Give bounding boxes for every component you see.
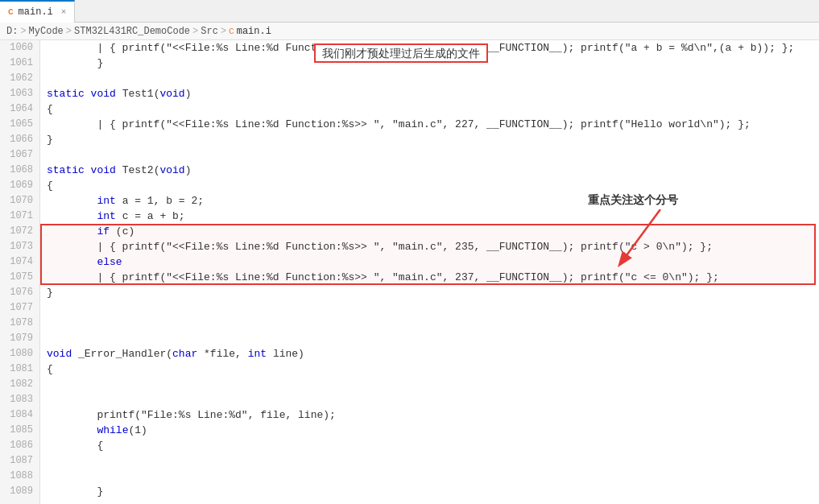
line-num-1080: 1080 [6, 346, 33, 361]
line-num-1063: 1063 [6, 86, 33, 101]
line-num-1072: 1072 [6, 224, 33, 239]
line-num-1077: 1077 [6, 300, 33, 316]
code-line-1083 [40, 392, 819, 407]
tab-bar: C main.i × [0, 0, 819, 23]
code-line-1065: | { printf("<<File:%s Line:%d Function:%… [40, 117, 819, 132]
breadcrumb: D: > MyCode > STM32L431RC_DemoCode > Src… [0, 23, 819, 40]
tab-file-icon: C [8, 7, 14, 17]
code-line-1074: else [40, 254, 819, 270]
line-num-1064: 1064 [6, 101, 33, 117]
code-line-1078 [40, 316, 819, 331]
code-line-1089: } [40, 484, 819, 499]
code-line-1082 [40, 377, 819, 392]
code-line-1073: | { printf("<<File:%s Line:%d Function:%… [40, 239, 819, 254]
line-num-1079: 1079 [6, 331, 33, 346]
line-num-1076: 1076 [6, 285, 33, 300]
code-content-wrapper: | { printf("<<File:%s Line:%d Function:%… [40, 40, 819, 504]
breadcrumb-part-d: D: [6, 26, 18, 37]
breadcrumb-file-icon: C [229, 27, 234, 36]
line-num-1078: 1078 [6, 316, 33, 331]
line-num-1065: 1065 [6, 117, 33, 132]
line-num-1061: 1061 [6, 56, 33, 71]
line-num-1082: 1082 [6, 377, 33, 392]
tab-label: main.i [19, 6, 53, 18]
code-line-1075: | { printf("<<File:%s Line:%d Function:%… [40, 270, 819, 285]
code-line-1060: | { printf("<<File:%s Line:%d Function:%… [40, 40, 819, 56]
code-area: 1060106110621063106410651066106710681069… [0, 40, 819, 504]
breadcrumb-part-mycode: MyCode [29, 26, 64, 37]
line-num-1084: 1084 [6, 407, 33, 423]
line-num-1071: 1071 [6, 209, 33, 224]
line-num-1069: 1069 [6, 178, 33, 193]
code-line-1087 [40, 453, 819, 469]
editor-container: C main.i × D: > MyCode > STM32L431RC_Dem… [0, 0, 819, 504]
code-line-1080: void _Error_Handler(char *file, int line… [40, 346, 819, 361]
code-line-1061: } [40, 56, 819, 71]
line-num-1067: 1067 [6, 147, 33, 163]
breadcrumb-part-demo: STM32L431RC_DemoCode [74, 26, 190, 37]
code-line-1072: if (c) [40, 224, 819, 239]
line-num-1086: 1086 [6, 438, 33, 453]
line-num-1062: 1062 [6, 71, 33, 86]
code-line-1067 [40, 147, 819, 163]
code-line-1068: static void Test2(void) [40, 163, 819, 178]
code-line-1085: while(1) [40, 423, 819, 438]
code-line-1071: int c = a + b; [40, 209, 819, 224]
code-line-1069: { [40, 178, 819, 193]
code-line-1081: { [40, 361, 819, 377]
line-numbers: 1060106110621063106410651066106710681069… [0, 40, 40, 504]
code-line-1062 [40, 71, 819, 86]
line-num-1075: 1075 [6, 270, 33, 285]
line-num-1083: 1083 [6, 392, 33, 407]
line-num-1088: 1088 [6, 469, 33, 484]
breadcrumb-part-src: Src [201, 26, 218, 37]
code-line-1084: printf("File:%s Line:%d", file, line); [40, 407, 819, 423]
line-num-1073: 1073 [6, 239, 33, 254]
line-num-1066: 1066 [6, 132, 33, 147]
code-line-1077 [40, 300, 819, 316]
line-num-1068: 1068 [6, 163, 33, 178]
line-num-1085: 1085 [6, 423, 33, 438]
code-line-1079 [40, 331, 819, 346]
code-line-1063: static void Test1(void) [40, 86, 819, 101]
breadcrumb-file: main.i [237, 26, 271, 37]
tab-main-i[interactable]: C main.i × [0, 0, 75, 23]
tab-close-button[interactable]: × [61, 7, 67, 17]
line-num-1087: 1087 [6, 453, 33, 469]
line-num-1070: 1070 [6, 193, 33, 209]
code-line-1088 [40, 469, 819, 484]
code-line-1066: } [40, 132, 819, 147]
code-line-1086: { [40, 438, 819, 453]
line-num-1081: 1081 [6, 361, 33, 377]
code-line-1076: } [40, 285, 819, 300]
line-num-1074: 1074 [6, 254, 33, 270]
line-num-1089: 1089 [6, 484, 33, 499]
line-num-1060: 1060 [6, 40, 33, 56]
code-line-1070: int a = 1, b = 2; [40, 193, 819, 209]
code-line-1064: { [40, 101, 819, 117]
code-lines: | { printf("<<File:%s Line:%d Function:%… [40, 40, 819, 499]
